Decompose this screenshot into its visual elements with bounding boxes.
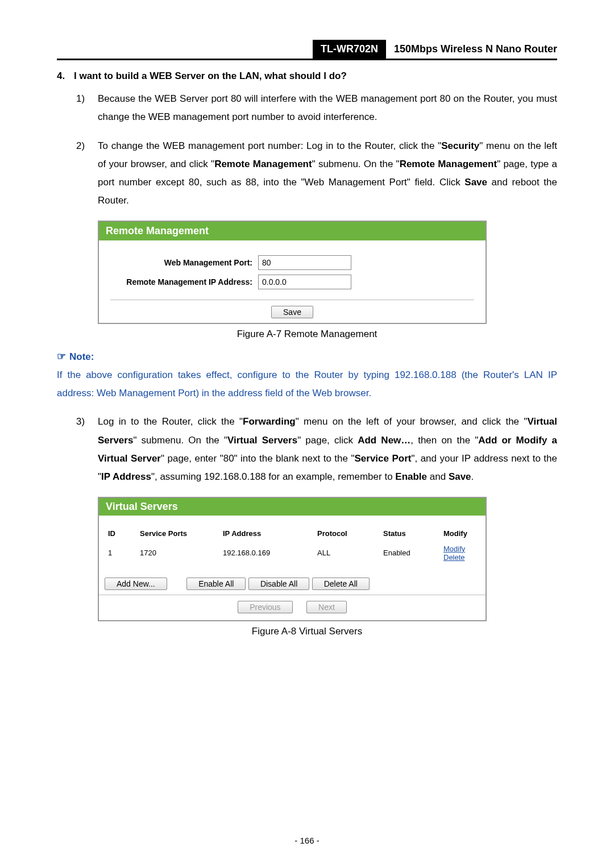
modify-link[interactable]: Modify bbox=[443, 545, 465, 553]
next-button[interactable]: Next bbox=[306, 601, 347, 613]
delete-link[interactable]: Delete bbox=[443, 553, 465, 562]
bold: Remote Management bbox=[214, 159, 312, 169]
delete-all-button[interactable]: Delete All bbox=[312, 578, 370, 590]
bold: Remote Management bbox=[400, 159, 497, 169]
label-remote-ip: Remote Management IP Address: bbox=[110, 277, 258, 286]
figure-virtual-servers: Virtual Servers ID Service Ports IP Addr… bbox=[98, 497, 557, 621]
list-item-2: 2) To change the WEB management port num… bbox=[76, 137, 557, 210]
bold: Virtual Servers bbox=[227, 435, 297, 446]
col-id: ID bbox=[99, 526, 135, 541]
text: To change the WEB management port number… bbox=[98, 140, 441, 151]
text: , then on the " bbox=[410, 435, 478, 446]
section-number: 4. bbox=[57, 70, 74, 82]
cell-ip: 192.168.0.169 bbox=[218, 541, 313, 565]
cell-status: Enabled bbox=[379, 541, 439, 565]
list-item-3: 3) Log in to the Router, click the "Forw… bbox=[76, 413, 557, 486]
doc-title: 150Mbps Wireless N Nano Router bbox=[386, 40, 557, 59]
figure-caption-a8: Figure A-8 Virtual Servers bbox=[57, 626, 557, 637]
note-body: If the above configuration takes effect,… bbox=[57, 366, 557, 403]
panel-title: Virtual Servers bbox=[99, 498, 486, 516]
virtual-servers-table: ID Service Ports IP Address Protocol Sta… bbox=[99, 526, 486, 565]
disable-all-button[interactable]: Disable All bbox=[248, 578, 309, 590]
table-row: 1 1720 192.168.0.169 ALL Enabled Modify … bbox=[99, 541, 486, 565]
panel-title: Remote Management bbox=[99, 222, 486, 240]
add-new-button[interactable]: Add New... bbox=[105, 578, 167, 590]
page-number: - 166 - bbox=[0, 836, 614, 845]
list-item-1: 1) Because the WEB Server port 80 will i… bbox=[76, 90, 557, 127]
table-header-row: ID Service Ports IP Address Protocol Sta… bbox=[99, 526, 486, 541]
bold: IP Address bbox=[101, 471, 151, 482]
text: . bbox=[471, 471, 474, 482]
col-modify: Modify bbox=[439, 526, 486, 541]
bold: Enable bbox=[395, 471, 427, 482]
cell-id: 1 bbox=[99, 541, 135, 565]
figure-remote-management: Remote Management Web Management Port: R… bbox=[98, 221, 557, 324]
text: Log in to the Router, click the " bbox=[98, 416, 243, 427]
input-web-port[interactable] bbox=[258, 255, 351, 270]
doc-header: TL-WR702N 150Mbps Wireless N Nano Router bbox=[57, 40, 557, 60]
previous-button[interactable]: Previous bbox=[238, 601, 292, 613]
bold: Service Port bbox=[354, 453, 411, 464]
list-bullet: 3) bbox=[76, 413, 98, 486]
note-label: Note: bbox=[69, 351, 94, 362]
enable-all-button[interactable]: Enable All bbox=[186, 578, 246, 590]
cell-ports: 1720 bbox=[135, 541, 218, 565]
list-content: Because the WEB Server port 80 will inte… bbox=[98, 90, 557, 127]
bold: Forwarding bbox=[243, 416, 296, 427]
text: and bbox=[427, 471, 449, 482]
save-button[interactable]: Save bbox=[271, 306, 313, 318]
list-content: Log in to the Router, click the "Forward… bbox=[98, 413, 557, 486]
model-badge: TL-WR702N bbox=[313, 40, 386, 59]
section-heading: 4. I want to build a WEB Server on the L… bbox=[57, 70, 557, 82]
list-content: To change the WEB management port number… bbox=[98, 137, 557, 210]
section-title-text: I want to build a WEB Server on the LAN,… bbox=[74, 70, 347, 82]
bold: Save bbox=[464, 177, 487, 188]
label-web-port: Web Management Port: bbox=[110, 258, 258, 267]
bold: Security bbox=[441, 140, 479, 151]
note-heading: ☞Note: bbox=[57, 350, 557, 363]
text: " submenu. On the " bbox=[133, 435, 227, 446]
cell-proto: ALL bbox=[313, 541, 379, 565]
figure-caption-a7: Figure A-7 Remote Management bbox=[57, 329, 557, 340]
col-proto: Protocol bbox=[313, 526, 379, 541]
text: ", assuming 192.168.0.188 for an example… bbox=[151, 471, 395, 482]
bold: Add New… bbox=[358, 435, 410, 446]
text: " submenu. On the " bbox=[312, 159, 400, 169]
input-remote-ip[interactable] bbox=[258, 275, 351, 289]
text: " page, click bbox=[297, 435, 358, 446]
col-ports: Service Ports bbox=[135, 526, 218, 541]
col-status: Status bbox=[379, 526, 439, 541]
col-ip: IP Address bbox=[218, 526, 313, 541]
list-bullet: 2) bbox=[76, 137, 98, 210]
text: " page, enter "80" into the blank next t… bbox=[161, 453, 355, 464]
bold: Save bbox=[449, 471, 471, 482]
text: " menu on the left of your browser, and … bbox=[296, 416, 528, 427]
hand-icon: ☞ bbox=[57, 351, 66, 362]
list-bullet: 1) bbox=[76, 90, 98, 127]
